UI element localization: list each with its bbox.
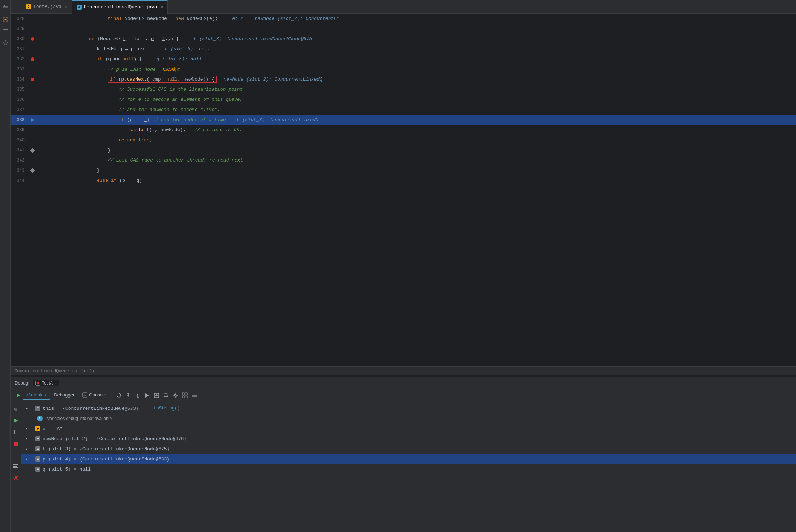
svg-marker-13 (127, 395, 129, 397)
svg-rect-24 (182, 396, 184, 398)
diamond-341 (30, 148, 35, 153)
var-link-this[interactable]: toString() (154, 406, 180, 411)
breakpoint-330[interactable] (31, 37, 34, 41)
tab-console[interactable]: Console (79, 391, 110, 400)
expand-this[interactable]: ▶ (24, 406, 30, 411)
side-panel (0, 0, 11, 532)
expand-t[interactable]: ▶ (24, 446, 30, 452)
step-into-btn[interactable] (124, 391, 133, 400)
debug-header: Debug: TestA × (11, 377, 796, 389)
tab-testA-label: TestA.java (33, 4, 61, 9)
run-to-cursor-btn[interactable] (143, 391, 151, 400)
step-out-btn[interactable] (133, 391, 142, 400)
step-over-btn[interactable] (115, 391, 123, 400)
var-row-p[interactable]: ▶ ≡ p (slot_4) = {ConcurrentLinkedQueue$… (21, 454, 796, 464)
line-num-335: 335 (11, 87, 29, 92)
favorites-icon[interactable] (1, 38, 10, 47)
var-val-t: {ConcurrentLinkedQueue$Node@675} (80, 446, 170, 452)
var-row-newNode[interactable]: ▶ ≡ newNode (slot_2) = {ConcurrentLinked… (21, 434, 796, 444)
var-eq-p: = (74, 456, 77, 462)
breadcrumb-class: ConcurrentLinkedQueue (14, 369, 69, 374)
trace-btn[interactable] (162, 391, 170, 400)
svg-rect-3 (3, 29, 8, 30)
line-num-334: 334 (11, 77, 29, 82)
breakpoint-334[interactable] (31, 78, 34, 81)
leetcode-icon[interactable] (1, 15, 10, 24)
var-eq-t: = (74, 446, 77, 452)
code-line-344: 344 else if (p == q) (11, 176, 796, 186)
line-num-336: 336 (11, 97, 29, 102)
var-name-e: e (43, 426, 46, 432)
project-icon[interactable] (1, 4, 10, 12)
debug-tab[interactable]: TestA × (33, 380, 59, 386)
gutter-343 (29, 169, 36, 172)
settings-side-icon[interactable] (12, 405, 20, 413)
evaluate-btn[interactable] (152, 391, 161, 400)
stop-side-icon[interactable] (12, 439, 20, 448)
var-name-p: p (slot_4) (43, 456, 71, 462)
favorites-side-icon[interactable] (12, 473, 20, 482)
debug-panel: Debug: TestA × Variables Debugger (11, 377, 796, 532)
settings-btn[interactable] (171, 391, 180, 400)
svg-rect-35 (13, 466, 17, 467)
var-extra-this: ... (143, 406, 151, 411)
line-num-329: 329 (11, 26, 29, 31)
var-eq-q: = (74, 467, 77, 472)
pause-side-icon[interactable] (12, 428, 20, 437)
line-num-333: 333 (11, 67, 29, 72)
expand-p[interactable]: ▶ (24, 456, 30, 462)
current-line-arrow (31, 118, 34, 122)
var-eq-this: = (57, 406, 60, 411)
svg-rect-38 (15, 476, 17, 479)
debug-tab-icon (35, 381, 40, 386)
svg-rect-5 (3, 33, 7, 33)
gutter-334[interactable] (29, 78, 36, 81)
tab-testA[interactable]: J TestA.java × (22, 0, 72, 14)
code-area: 328 final Node<E> newNode = new Node<E>(… (11, 14, 796, 377)
var-row-t[interactable]: ▶ ≡ t (slot_3) = {ConcurrentLinkedQueue$… (21, 444, 796, 454)
var-name-newNode: newNode (slot_2) (43, 436, 88, 442)
line-num-331: 331 (11, 47, 29, 52)
tab-debugger[interactable]: Debugger (50, 391, 78, 400)
var-row-e[interactable]: ▶ p e = "A" (21, 424, 796, 434)
console-icon (82, 392, 87, 398)
structure-icon[interactable] (1, 27, 10, 35)
var-info-msg: Variables debug info not available (47, 416, 112, 421)
expand-newNode[interactable]: ▶ (24, 436, 30, 442)
var-row-this[interactable]: ▶ ≡ this = {ConcurrentLinkedQueue@673} .… (21, 403, 796, 413)
tab-variables[interactable]: Variables (23, 391, 50, 400)
line-num-332: 332 (11, 57, 29, 62)
collapse-btn[interactable] (190, 391, 198, 400)
resume-btn[interactable] (14, 391, 22, 400)
diamond-343 (30, 168, 35, 173)
var-val-q: null (80, 467, 91, 472)
tab-clq-close[interactable]: × (161, 5, 163, 9)
grid-btn[interactable] (180, 391, 189, 400)
var-icon-newNode: ≡ (35, 436, 40, 441)
gutter-341 (29, 149, 36, 152)
var-eq-newNode: = (91, 436, 94, 442)
gutter-330[interactable] (29, 37, 36, 41)
debug-label: Debug: (14, 380, 30, 386)
variables-list: ▶ ≡ this = {ConcurrentLinkedQueue@673} .… (21, 402, 796, 532)
svg-rect-36 (13, 467, 18, 468)
var-icon-e: p (35, 426, 40, 431)
svg-rect-4 (3, 31, 7, 31)
svg-rect-33 (14, 442, 18, 446)
breakpoint-332[interactable] (31, 57, 34, 61)
resume-side-icon[interactable] (12, 416, 20, 425)
svg-marker-16 (137, 394, 139, 395)
tab-testA-close[interactable]: × (65, 5, 68, 9)
debug-tab-name-label: TestA (42, 381, 53, 386)
toolbar-sep-1 (112, 392, 112, 399)
tab-clq-label: ConcurrentLinkedQueue.java (84, 4, 157, 10)
code-text-344: else if (p == q) (36, 166, 796, 196)
gutter-332[interactable] (29, 57, 36, 61)
var-val-this: {ConcurrentLinkedQueue@673} (63, 406, 139, 411)
debug-tab-close[interactable]: × (54, 381, 56, 385)
svg-marker-30 (14, 419, 18, 423)
expand-e[interactable]: ▶ (24, 426, 30, 432)
structure-side-icon[interactable] (12, 462, 20, 471)
tab-clq[interactable]: J ConcurrentLinkedQueue.java × (72, 0, 168, 14)
var-row-q[interactable]: ≡ q (slot_5) = null (21, 464, 796, 474)
